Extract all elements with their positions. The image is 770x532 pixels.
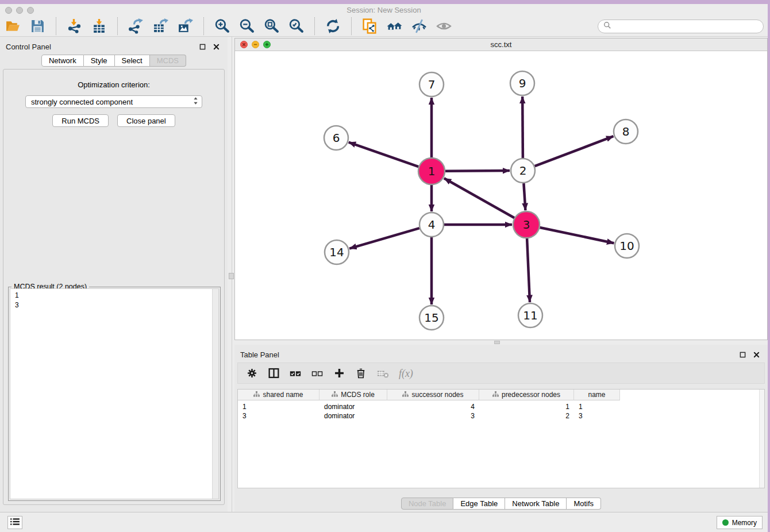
task-history-button[interactable] (7, 516, 22, 529)
column-header-predecessor-nodes[interactable]: predecessor nodes (479, 390, 574, 400)
hide-panel-icon[interactable] (407, 18, 432, 35)
graph-edge-3-11[interactable] (527, 238, 530, 302)
graph-node-7[interactable]: 7 (419, 72, 444, 97)
table-cell[interactable]: 1 (574, 403, 620, 411)
column-icon[interactable] (267, 367, 280, 380)
zoom-in-icon[interactable] (210, 18, 234, 35)
table-cell[interactable]: 1 (479, 403, 574, 411)
graph-edge-1-2[interactable] (445, 171, 510, 171)
gear-icon[interactable] (245, 367, 258, 380)
search-box[interactable] (598, 20, 764, 33)
select-all-icon[interactable] (289, 367, 302, 380)
table-cell[interactable]: 4 (387, 403, 479, 411)
tab-node-table[interactable]: Node Table (401, 498, 454, 510)
apply-layout-icon[interactable] (321, 18, 345, 35)
tab-style[interactable]: Style (84, 55, 115, 67)
zoom-out-icon[interactable] (234, 18, 259, 35)
save-session-icon[interactable] (25, 18, 50, 35)
table-splitter-handle[interactable] (494, 341, 500, 344)
import-table-icon[interactable] (87, 18, 111, 35)
graph-node-2[interactable]: 2 (511, 159, 535, 183)
table-cell[interactable]: 3 (574, 412, 620, 420)
graph-node-1[interactable]: 1 (418, 158, 445, 184)
svg-text:f(x): f(x) (399, 367, 413, 379)
table-cell[interactable]: 3 (238, 412, 319, 420)
column-header-name[interactable]: name (574, 390, 620, 400)
table-cell[interactable]: 1 (238, 403, 319, 411)
tab-mcds[interactable]: MCDS (150, 55, 186, 67)
graph-node-15[interactable]: 15 (419, 306, 444, 330)
table-cell[interactable]: dominator (319, 412, 387, 420)
graph-node-14[interactable]: 14 (325, 240, 349, 264)
show-all-networks-icon[interactable] (382, 18, 407, 35)
delete-column-icon[interactable] (355, 367, 367, 380)
graph-edge-1-6[interactable] (349, 142, 419, 167)
export-network-icon[interactable] (124, 18, 148, 35)
tab-network-table[interactable]: Network Table (505, 498, 567, 510)
graph-edge-2-3[interactable] (523, 183, 525, 210)
toolbar-separator (314, 17, 315, 35)
column-label: name (588, 391, 605, 399)
graph-node-9[interactable]: 9 (510, 71, 534, 95)
tab-motifs[interactable]: Motifs (567, 498, 601, 510)
network-window-title: scc.txt (235, 40, 767, 49)
graph-node-8[interactable]: 8 (614, 119, 638, 144)
deselect-all-icon[interactable] (311, 367, 324, 380)
graph-node-4[interactable]: 4 (419, 213, 444, 237)
column-header-shared-name[interactable]: shared name (238, 390, 319, 400)
graph-node-3[interactable]: 3 (513, 211, 540, 238)
graph-node-10[interactable]: 10 (615, 234, 639, 258)
graph-edge-3-1[interactable] (444, 178, 514, 218)
delete-table-icon (376, 367, 389, 380)
memory-button[interactable]: Memory (717, 516, 763, 529)
table-row[interactable]: 1dominator411 (238, 402, 764, 411)
float-panel-icon[interactable] (198, 43, 207, 51)
table-cell[interactable]: 3 (387, 412, 479, 420)
svg-text:11: 11 (523, 309, 537, 322)
network-overview-icon[interactable] (357, 18, 382, 35)
float-table-panel-icon[interactable] (738, 350, 747, 359)
table-row[interactable]: 3dominator323 (238, 411, 764, 421)
close-table-panel-icon[interactable] (752, 350, 761, 359)
column-header-MCDS-role[interactable]: MCDS role (319, 390, 387, 400)
graph-edge-4-14[interactable] (349, 228, 419, 249)
show-panel-icon[interactable] (432, 18, 456, 35)
optimization-select[interactable]: strongly connected component (25, 95, 202, 108)
table-scrollbar[interactable] (759, 390, 764, 488)
result-scrollbar[interactable] (212, 289, 218, 499)
graph-edge-2-8[interactable] (535, 136, 614, 166)
search-icon (603, 21, 611, 32)
splitter-handle[interactable] (229, 273, 234, 279)
close-panel-icon[interactable] (212, 43, 221, 51)
column-header-successor-nodes[interactable]: successor nodes (387, 390, 479, 400)
status-bar: Memory (0, 512, 768, 532)
svg-text:4: 4 (428, 218, 436, 232)
tab-select[interactable]: Select (115, 55, 150, 67)
table-splitter[interactable] (234, 340, 768, 345)
memory-label: Memory (732, 519, 757, 527)
zoom-selected-icon[interactable] (284, 18, 309, 35)
import-network-icon[interactable] (62, 18, 87, 35)
run-mcds-button[interactable]: Run MCDS (52, 114, 109, 127)
table-cell[interactable]: 2 (479, 412, 574, 420)
tab-edge-table[interactable]: Edge Table (453, 498, 505, 510)
zoom-fit-icon[interactable] (259, 18, 284, 35)
export-image-icon[interactable] (173, 18, 198, 35)
tab-network[interactable]: Network (41, 55, 84, 67)
graph-edge-2-9[interactable] (522, 97, 523, 158)
function-icon: f(x) (398, 367, 418, 380)
table-panel-title: Table Panel (240, 350, 279, 359)
mcds-result-textarea[interactable]: 13 (10, 288, 219, 499)
search-input[interactable] (614, 22, 758, 31)
graph-node-6[interactable]: 6 (324, 126, 348, 150)
table-cell[interactable]: dominator (319, 403, 387, 411)
panel-splitter[interactable] (228, 37, 234, 512)
open-session-icon[interactable] (1, 18, 25, 35)
network-canvas[interactable]: 7968124314101511 (235, 51, 767, 340)
add-column-icon[interactable] (333, 367, 345, 380)
export-table-icon[interactable] (148, 18, 173, 35)
graph-node-11[interactable]: 11 (518, 303, 542, 327)
network-window-titlebar: scc.txt (235, 38, 767, 51)
graph-edge-3-10[interactable] (540, 228, 614, 243)
close-panel-button[interactable]: Close panel (117, 114, 175, 127)
